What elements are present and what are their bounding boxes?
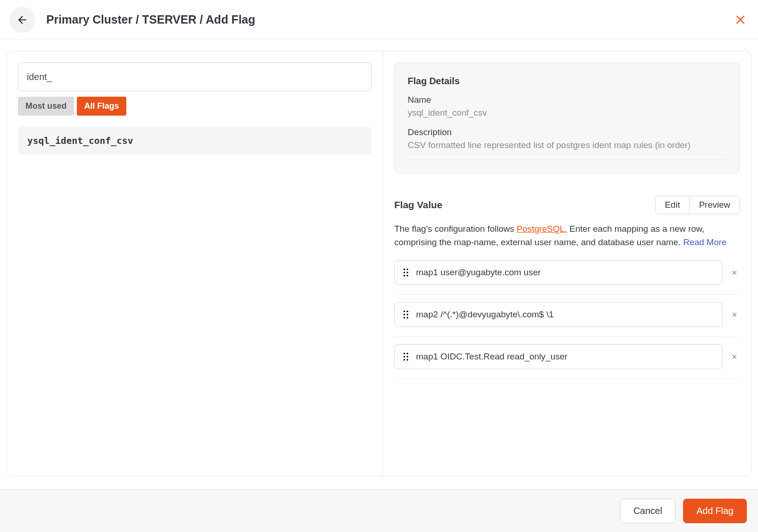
flag-details-box: Flag Details Name ysql_ident_conf_csv De…: [394, 62, 740, 173]
flag-desc-label: Description: [408, 127, 727, 137]
drag-handle-icon[interactable]: [402, 268, 410, 277]
flag-desc-value: CSV formatted line represented list of p…: [408, 140, 727, 150]
flag-value-title: Flag Value: [394, 199, 442, 210]
tab-most-used[interactable]: Most used: [18, 97, 74, 116]
rule-text: map1 user@yugabyte.com user: [416, 267, 541, 278]
rule-text: map2 /^(.*)@devyugabyte\.com$ \1: [416, 309, 554, 320]
edit-preview-toggle: Edit Preview: [655, 196, 740, 214]
rule-row: map1 user@yugabyte.com user ×: [394, 260, 740, 295]
svg-point-10: [404, 317, 405, 319]
flag-search-input[interactable]: [18, 62, 372, 91]
svg-point-11: [407, 317, 409, 319]
svg-point-14: [404, 356, 405, 358]
tab-all-flags[interactable]: All Flags: [77, 97, 126, 116]
preview-toggle[interactable]: Preview: [689, 196, 739, 214]
flag-details-title: Flag Details: [408, 76, 727, 87]
svg-point-16: [404, 359, 405, 361]
drag-handle-icon[interactable]: [402, 310, 410, 319]
breadcrumb: Primary Cluster / TSERVER / Add Flag: [46, 13, 255, 26]
svg-point-9: [407, 314, 409, 315]
help-text-prefix: The flag's configuration follows: [394, 224, 517, 234]
arrow-left-icon: [16, 14, 28, 26]
rule-row: map1 OIDC.Test.Read read_only_user ×: [394, 344, 740, 379]
content-panel: Most used All Flags ysql_ident_conf_csv …: [6, 51, 752, 476]
svg-point-2: [404, 272, 405, 273]
close-button[interactable]: [734, 12, 747, 27]
content-wrapper: Most used All Flags ysql_ident_conf_csv …: [0, 40, 758, 489]
svg-point-1: [407, 268, 409, 270]
postgresql-link[interactable]: PostgreSQL.: [517, 224, 567, 234]
svg-point-3: [407, 272, 409, 273]
svg-point-6: [404, 310, 405, 312]
rule-input[interactable]: map1 user@yugabyte.com user: [394, 260, 722, 285]
svg-point-4: [404, 275, 405, 277]
flag-name-label: Name: [408, 95, 727, 105]
modal-header: Primary Cluster / TSERVER / Add Flag: [0, 0, 758, 40]
add-flag-button[interactable]: Add Flag: [683, 499, 747, 523]
left-panel: Most used All Flags ysql_ident_conf_csv: [7, 51, 383, 476]
read-more-link[interactable]: Read More: [683, 237, 727, 247]
drag-handle-icon[interactable]: [402, 353, 410, 361]
close-icon: [734, 12, 747, 25]
right-panel: Flag Details Name ysql_ident_conf_csv De…: [383, 51, 751, 476]
details-divider: [408, 160, 727, 160]
svg-point-0: [404, 268, 405, 270]
svg-point-13: [407, 353, 409, 354]
remove-rule-button[interactable]: ×: [729, 349, 740, 365]
modal-footer: Cancel Add Flag: [0, 489, 758, 532]
svg-point-7: [407, 310, 409, 312]
remove-rule-button[interactable]: ×: [729, 265, 740, 281]
remove-rule-button[interactable]: ×: [729, 307, 740, 323]
flag-list-item[interactable]: ysql_ident_conf_csv: [18, 127, 372, 155]
rule-input[interactable]: map2 /^(.*)@devyugabyte\.com$ \1: [394, 302, 722, 327]
edit-toggle[interactable]: Edit: [656, 196, 690, 214]
cancel-button[interactable]: Cancel: [620, 499, 676, 523]
rule-row: map2 /^(.*)@devyugabyte\.com$ \1 ×: [394, 302, 740, 337]
svg-point-12: [404, 353, 405, 354]
svg-point-17: [407, 359, 409, 361]
flag-name-value: ysql_ident_conf_csv: [408, 108, 727, 118]
flag-value-help: The flag's configuration follows Postgre…: [394, 223, 740, 249]
flag-tabs: Most used All Flags: [18, 97, 372, 116]
rule-text: map1 OIDC.Test.Read read_only_user: [416, 352, 567, 362]
rule-input[interactable]: map1 OIDC.Test.Read read_only_user: [394, 344, 722, 369]
back-button[interactable]: [9, 7, 35, 33]
svg-point-5: [407, 275, 409, 277]
flag-value-header: Flag Value Edit Preview: [394, 196, 740, 214]
svg-point-8: [404, 314, 405, 315]
svg-point-15: [407, 356, 409, 358]
